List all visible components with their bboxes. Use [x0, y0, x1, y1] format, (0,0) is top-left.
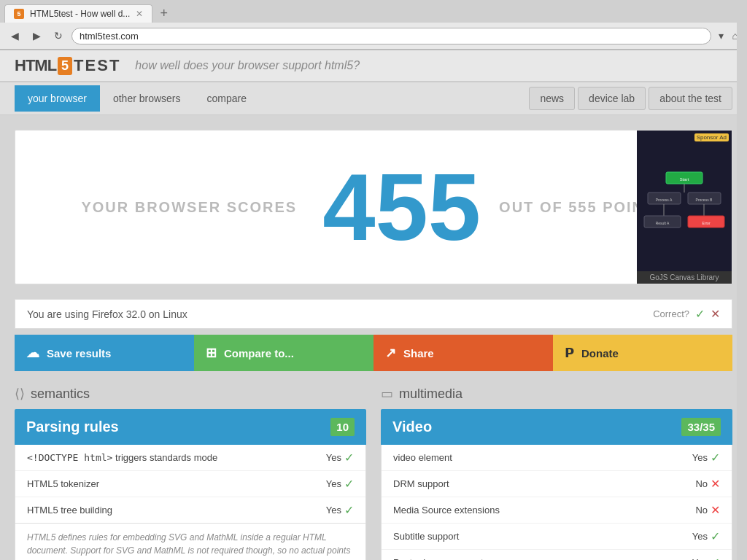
share-icon: ↗: [385, 345, 396, 361]
table-row: video element Yes ✓: [382, 445, 732, 471]
x-icon: ✕: [711, 503, 720, 517]
nav-tab-device-lab[interactable]: device lab: [578, 87, 646, 110]
svg-text:Result A: Result A: [656, 221, 670, 225]
share-button[interactable]: ↗ Share: [374, 335, 553, 371]
nav-left: your browser other browsers compare: [15, 85, 260, 112]
ad-badge: Sponsor Ad: [694, 133, 729, 141]
forward-button[interactable]: ▶: [28, 27, 45, 44]
donate-button[interactable]: 𝗣 Donate: [553, 335, 732, 371]
row-result: Yes ✓: [692, 451, 720, 464]
row-label: Poster image support: [393, 557, 484, 560]
semantics-title: ⟨⟩ semantics: [15, 386, 366, 402]
svg-text:Start: Start: [680, 177, 689, 182]
row-label: video element: [393, 452, 452, 463]
row-label: Subtitle support: [393, 531, 459, 542]
result-text: Yes: [692, 531, 708, 542]
parsing-rules-card: Parsing rules 10 <!DOCTYPE html> trigger…: [15, 409, 366, 560]
save-label: Save results: [47, 347, 111, 359]
logo-5-badge: 5: [58, 57, 72, 75]
semantics-column: ⟨⟩ semantics Parsing rules 10 <!DOCTYPE …: [15, 386, 366, 560]
correct-label: Correct?: [653, 308, 689, 319]
logo-html: HTML: [15, 56, 56, 75]
row-result: Yes ✓: [692, 556, 720, 560]
nav-tab-your-browser[interactable]: your browser: [15, 85, 100, 112]
tab-close-button[interactable]: ✕: [136, 9, 143, 19]
url-input[interactable]: [71, 28, 711, 44]
video-header: Video 33/35: [381, 409, 732, 445]
table-row: Poster image support Yes ✓: [382, 550, 732, 560]
table-row: Subtitle support Yes ✓: [382, 524, 732, 550]
parsing-rules-title: Parsing rules: [26, 419, 119, 435]
svg-text:Process B: Process B: [696, 198, 713, 202]
nav-right-tabs: news device lab about the test: [529, 82, 732, 114]
nav-tab-about-test[interactable]: about the test: [649, 87, 732, 110]
logo-test: TEST: [74, 56, 120, 75]
save-results-button[interactable]: ☁ Save results: [15, 335, 194, 371]
donate-icon: 𝗣: [565, 345, 574, 361]
check-icon: ✓: [711, 529, 720, 543]
score-pre-text: YOUR BROWSER SCORES: [81, 199, 297, 216]
action-buttons: ☁ Save results ⊞ Compare to... ↗ Share 𝗣…: [15, 335, 732, 371]
back-button[interactable]: ◀: [6, 27, 23, 44]
parsing-rules-note: HTML5 defines rules for embedding SVG an…: [15, 524, 366, 560]
scrollbar[interactable]: [737, 0, 747, 560]
main-nav: your browser other browsers compare news…: [0, 82, 747, 115]
compare-label: Compare to...: [224, 347, 294, 359]
row-result: No ✕: [695, 477, 720, 491]
ad-diagram: Start Process A Process B Result A Error: [640, 165, 728, 238]
browser-chrome: 5 HTML5test - How well d... ✕ + ◀ ▶ ↻ ▾ …: [0, 0, 747, 50]
page-content: HTML 5 TEST how well does your browser s…: [0, 50, 747, 560]
check-icon: ✓: [344, 451, 354, 464]
table-row: Media Source extensions No ✕: [382, 497, 732, 524]
row-label: <!DOCTYPE html> triggers standards mode: [27, 452, 217, 463]
refresh-button[interactable]: ↻: [50, 27, 67, 44]
multimedia-title: ▭ multimedia: [381, 386, 732, 402]
ad-label: GoJS Canvas Library: [637, 271, 732, 284]
new-tab-button[interactable]: +: [155, 6, 172, 21]
compare-button[interactable]: ⊞ Compare to...: [194, 335, 374, 371]
correct-x-button[interactable]: ✕: [711, 307, 720, 321]
check-icon: ✓: [711, 556, 720, 560]
video-body: video element Yes ✓ DRM support No ✕: [381, 445, 732, 560]
row-result: No ✕: [695, 503, 720, 517]
dropdown-button[interactable]: ▾: [716, 28, 727, 43]
video-score: 33/35: [681, 418, 721, 436]
row-label: HTML5 tree building: [27, 505, 112, 516]
nav-tab-other-browsers[interactable]: other browsers: [100, 85, 194, 112]
correct-check-button[interactable]: ✓: [695, 307, 705, 321]
table-row: DRM support No ✕: [382, 471, 732, 497]
check-icon: ✓: [344, 477, 354, 491]
ad-image: Sponsor Ad Start Process A Process B Res…: [637, 131, 732, 271]
result-text: No: [695, 478, 708, 489]
logo: HTML 5 TEST: [15, 56, 120, 75]
active-tab[interactable]: 5 HTML5test - How well d... ✕: [4, 4, 152, 23]
browser-info-text: You are using Firefox 32.0 on Linux: [27, 308, 187, 320]
svg-text:Error: Error: [702, 221, 710, 225]
result-text: Yes: [326, 505, 341, 516]
site-header: HTML 5 TEST how well does your browser s…: [0, 50, 747, 82]
check-icon: ✓: [711, 451, 720, 464]
row-result: Yes ✓: [326, 451, 354, 464]
features-grid: ⟨⟩ semantics Parsing rules 10 <!DOCTYPE …: [15, 386, 732, 560]
table-row: HTML5 tokenizer Yes ✓: [15, 471, 365, 497]
row-result: Yes ✓: [692, 529, 720, 543]
semantics-label: semantics: [31, 386, 90, 402]
tab-bar: 5 HTML5test - How well d... ✕ +: [0, 0, 747, 23]
donate-label: Donate: [581, 347, 619, 359]
address-bar: ◀ ▶ ↻ ▾ ⌂: [0, 23, 747, 50]
x-icon: ✕: [711, 477, 720, 491]
result-text: No: [695, 505, 708, 516]
tab-favicon: 5: [14, 9, 24, 19]
nav-tab-news[interactable]: news: [529, 87, 575, 110]
result-text: Yes: [326, 452, 341, 463]
nav-tab-compare[interactable]: compare: [194, 85, 260, 112]
table-row: HTML5 tree building Yes ✓: [15, 497, 365, 523]
row-label: Media Source extensions: [393, 505, 500, 516]
score-number: 455: [322, 160, 481, 254]
score-ad[interactable]: Sponsor Ad Start Process A Process B Res…: [637, 131, 732, 284]
video-title: Video: [392, 419, 432, 435]
parsing-rules-score: 10: [330, 418, 355, 436]
score-section: YOUR BROWSER SCORES 455 OUT OF 555 POINT…: [15, 130, 732, 284]
parsing-rules-header: Parsing rules 10: [15, 409, 366, 445]
save-icon: ☁: [26, 345, 39, 361]
